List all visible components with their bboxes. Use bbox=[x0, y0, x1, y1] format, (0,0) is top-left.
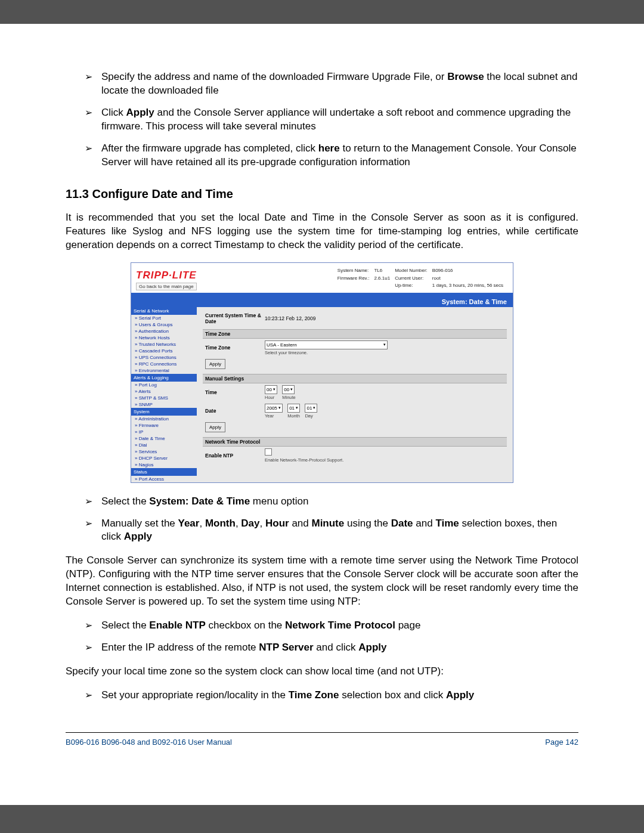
text: , bbox=[260, 518, 265, 529]
sidebar-item[interactable]: UPS Connections bbox=[131, 354, 197, 361]
text-bold: Apply bbox=[126, 107, 154, 118]
sidebar-item[interactable]: Services bbox=[131, 448, 197, 455]
value: TL6 bbox=[374, 268, 394, 274]
text-bold: Time bbox=[435, 518, 459, 529]
footer-right: Page 142 bbox=[545, 738, 578, 747]
select-value: 00 bbox=[267, 387, 272, 392]
bullets-firmware: Specify the address and name of the down… bbox=[66, 70, 578, 169]
console-screenshot: TRIPP·LITE Go back to the main page Syst… bbox=[131, 262, 513, 482]
text: Specify the address and name of the down… bbox=[101, 71, 447, 82]
sidebar-item[interactable]: Network Hosts bbox=[131, 335, 197, 341]
console-titlebar: System: Date & Time bbox=[131, 296, 513, 307]
label: Date bbox=[205, 408, 265, 414]
timezone-select[interactable]: USA - Eastern▾ bbox=[265, 340, 388, 349]
bullet-item: Specify the address and name of the down… bbox=[85, 70, 578, 98]
text-bold: Year bbox=[178, 518, 200, 529]
console-body: Serial & Network Serial PortUsers & Grou… bbox=[131, 307, 513, 482]
sidebar-item[interactable]: RPC Connections bbox=[131, 361, 197, 367]
hint: Hour bbox=[265, 395, 277, 400]
month-select[interactable]: 01▾ bbox=[287, 404, 300, 413]
sidebar-item[interactable]: Administration bbox=[131, 416, 197, 422]
value: root bbox=[432, 275, 507, 281]
sidebar-item[interactable]: Dial bbox=[131, 442, 197, 448]
text: Click bbox=[101, 107, 126, 118]
apply-button[interactable]: Apply bbox=[205, 422, 225, 432]
page-footer: B096-016 B096-048 and B092-016 User Manu… bbox=[66, 732, 578, 747]
apply-row: Apply bbox=[203, 420, 507, 434]
text: page bbox=[395, 620, 421, 631]
hint: Year bbox=[265, 413, 283, 419]
sidebar-item[interactable]: IP bbox=[131, 429, 197, 435]
sidebar-category: System bbox=[131, 408, 197, 416]
sidebar-item[interactable]: Port Log bbox=[131, 382, 197, 388]
sidebar-item[interactable]: Trusted Networks bbox=[131, 341, 197, 348]
apply-button[interactable]: Apply bbox=[205, 359, 225, 369]
sidebar-item[interactable]: Users & Groups bbox=[131, 321, 197, 328]
chevron-down-icon: ▾ bbox=[313, 405, 315, 410]
text: Select the bbox=[101, 620, 149, 631]
label: Current User: bbox=[395, 275, 431, 281]
label: Time bbox=[205, 389, 265, 395]
label: System Name: bbox=[338, 268, 373, 274]
text: and bbox=[289, 518, 312, 529]
sidebar-item[interactable]: Authentication bbox=[131, 328, 197, 335]
year-select[interactable]: 2005▾ bbox=[265, 404, 283, 413]
section-manual: Manual Settings bbox=[203, 374, 507, 383]
enable-ntp-checkbox[interactable] bbox=[265, 448, 272, 456]
label: Enable NTP bbox=[205, 453, 265, 459]
sidebar-category: Alerts & Logging bbox=[131, 374, 197, 382]
sidebar-item[interactable]: Date & Time bbox=[131, 435, 197, 442]
text: , bbox=[199, 518, 205, 529]
bullet-item: Select the System: Date & Time menu opti… bbox=[85, 495, 578, 509]
sidebar-item[interactable]: SNMP bbox=[131, 401, 197, 408]
label: Model Number: bbox=[395, 268, 431, 274]
text-bold: Apply bbox=[446, 689, 474, 701]
sidebar-group-status: Port Access bbox=[131, 476, 197, 482]
sidebar-item[interactable]: SMTP & SMS bbox=[131, 395, 197, 401]
chevron-down-icon: ▾ bbox=[273, 387, 275, 392]
text: Manually set the bbox=[101, 518, 178, 529]
select-value: 01 bbox=[289, 405, 295, 411]
bullet-item: Manually set the Year, Month, Day, Hour … bbox=[85, 517, 578, 544]
date-row: Date 2005▾ Year 01▾ Month 01▾ Day bbox=[203, 402, 507, 420]
bullet-item: Click Apply and the Console Server appli… bbox=[85, 106, 578, 134]
hint: Select your timezone. bbox=[265, 350, 504, 355]
sidebar-item[interactable]: Nagios bbox=[131, 462, 197, 468]
chevron-down-icon: ▾ bbox=[383, 342, 386, 347]
text: Enter the IP address of the remote bbox=[101, 642, 259, 653]
select-value: 00 bbox=[284, 387, 289, 392]
sidebar-item[interactable]: Firmware bbox=[131, 422, 197, 429]
sidebar-category: Serial & Network bbox=[131, 307, 197, 315]
bullet-item: Enter the IP address of the remote NTP S… bbox=[85, 641, 578, 655]
text: After the firmware upgrade has completed… bbox=[101, 143, 318, 154]
sidebar-item[interactable]: DHCP Server bbox=[131, 455, 197, 462]
value: B096-016 bbox=[432, 268, 507, 274]
text-bold: Month bbox=[205, 518, 236, 529]
console-main: Current System Time & Date 10:23:12 Feb … bbox=[197, 307, 513, 482]
text: Set your appropriate region/locality in … bbox=[101, 689, 289, 701]
hint: Enable Network-Time-Protocol Support. bbox=[265, 457, 504, 463]
header-info: System Name:TL6 Model Number:B096-016 Fi… bbox=[336, 267, 508, 290]
text-bold: here bbox=[318, 143, 340, 154]
timezone-row: Time Zone USA - Eastern▾ Select your tim… bbox=[203, 339, 507, 357]
apply-row: Apply bbox=[203, 357, 507, 371]
text-bold: Minute bbox=[311, 518, 344, 529]
sidebar-item[interactable]: Port Access bbox=[131, 476, 197, 482]
chevron-down-icon: ▾ bbox=[278, 405, 281, 410]
minute-select[interactable]: 00▾ bbox=[282, 385, 295, 394]
sidebar-item[interactable]: Environmental bbox=[131, 367, 197, 374]
hour-select[interactable]: 00▾ bbox=[265, 385, 277, 394]
sidebar-item[interactable]: Serial Port bbox=[131, 315, 197, 321]
bullet-item: After the firmware upgrade has completed… bbox=[85, 142, 578, 169]
bullets-ntp: Select the Enable NTP checkbox on the Ne… bbox=[66, 619, 578, 655]
bullet-item: Select the Enable NTP checkbox on the Ne… bbox=[85, 619, 578, 633]
text-bold: Hour bbox=[265, 518, 289, 529]
text: , bbox=[236, 518, 241, 529]
back-link[interactable]: Go back to the main page bbox=[136, 283, 197, 290]
bullet-item: Set your appropriate region/locality in … bbox=[85, 689, 578, 702]
sidebar-item[interactable]: Alerts bbox=[131, 388, 197, 395]
text-bold: Day bbox=[241, 518, 259, 529]
day-select[interactable]: 01▾ bbox=[305, 404, 317, 413]
footer-left: B096-016 B096-048 and B092-016 User Manu… bbox=[66, 738, 232, 747]
sidebar-item[interactable]: Cascaded Ports bbox=[131, 348, 197, 354]
